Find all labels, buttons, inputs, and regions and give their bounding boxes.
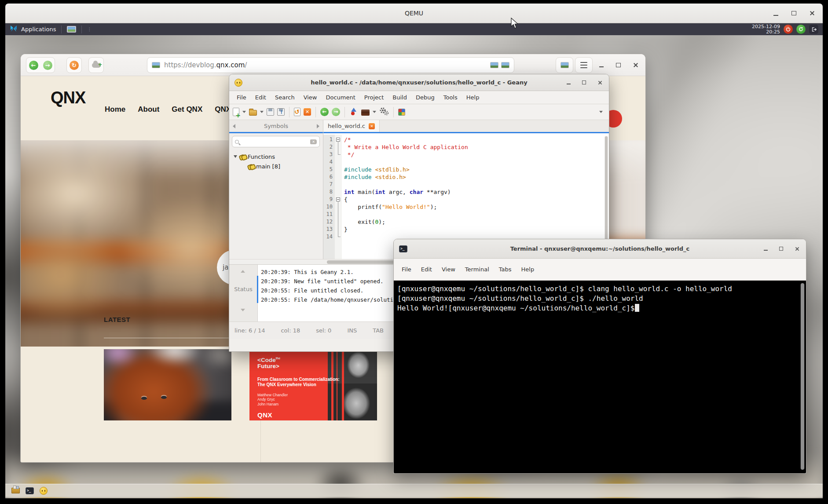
terminal-menu-1[interactable]: Edit [417, 264, 436, 274]
code-line-2[interactable]: 2 * Write a Hello World C application [323, 143, 609, 151]
terminal-screen[interactable]: [qnxuser@qnxqemu ~/solutions/hello_world… [394, 281, 806, 473]
geany-menu-5[interactable]: Project [360, 93, 388, 102]
symbol-search-input[interactable]: ✕ [232, 136, 320, 147]
geany-minimize-button[interactable] [567, 84, 571, 84]
new-file-button[interactable] [233, 108, 239, 116]
line-number[interactable]: 4 [323, 158, 335, 166]
geany-menu-6[interactable]: Build [388, 93, 411, 102]
fold-margin[interactable] [335, 181, 342, 188]
qnx-site-logo[interactable]: QNX [51, 88, 85, 107]
fold-margin[interactable] [335, 151, 342, 158]
msg-tabs-scroll-up-icon[interactable] [241, 270, 245, 273]
logout-button[interactable] [809, 25, 818, 34]
browser-downloads-button[interactable] [88, 57, 104, 73]
browser-back-button[interactable]: ← [29, 61, 38, 70]
line-number[interactable]: 1 [323, 136, 335, 143]
line-number[interactable]: 5 [323, 166, 335, 173]
terminal-menu-5[interactable]: Help [517, 264, 539, 274]
fold-margin[interactable] [335, 188, 342, 196]
terminal-menu-2[interactable]: View [437, 264, 460, 274]
browser-close-button[interactable] [633, 62, 638, 68]
line-number[interactable]: 13 [323, 226, 335, 233]
terminal-close-button[interactable] [795, 246, 799, 251]
code-line-7[interactable]: 7 [323, 181, 609, 188]
tree-item-main[interactable]: main [8] [229, 161, 323, 171]
terminal-minimize-button[interactable] [764, 250, 768, 251]
terminal-maximize-button[interactable] [779, 247, 783, 251]
fold-margin[interactable] [335, 218, 342, 226]
tab-close-icon[interactable]: ✕ [369, 123, 375, 129]
code-line-13[interactable]: 13} [323, 226, 609, 233]
fold-margin[interactable] [335, 143, 342, 151]
nav-link-0[interactable]: Home [105, 105, 125, 114]
code-line-4[interactable]: 4 [323, 158, 609, 166]
terminal-menu-3[interactable]: Terminal [461, 264, 494, 274]
shutdown-button[interactable] [784, 25, 793, 34]
code-line-9[interactable]: 9{ [323, 196, 609, 203]
build-dropdown[interactable] [373, 111, 376, 113]
new-file-dropdown[interactable] [242, 111, 246, 113]
line-number[interactable]: 11 [323, 211, 335, 218]
qemu-maximize-button[interactable] [791, 11, 796, 15]
code-line-5[interactable]: 5#include <stdlib.h> [323, 166, 609, 173]
code-line-8[interactable]: 8int main(int argc, char **argv) [323, 188, 609, 196]
applications-menu[interactable]: Applications [21, 26, 56, 33]
qemu-close-button[interactable] [810, 11, 815, 16]
line-number[interactable]: 14 [323, 233, 335, 241]
file-tab-hello-world[interactable]: hello_world.c ✕ [323, 120, 380, 132]
open-file-button[interactable] [249, 110, 257, 116]
taskbar-browser-icon[interactable] [11, 488, 20, 493]
terminal-scrollbar[interactable] [800, 283, 805, 470]
save-button[interactable] [267, 108, 274, 116]
code-line-1[interactable]: 1/* [323, 136, 609, 143]
tabs-scroll-right-icon[interactable] [317, 124, 319, 128]
navigate-forward-button[interactable]: → [332, 108, 340, 116]
geany-close-button[interactable] [598, 80, 602, 84]
browser-tab-overview-button[interactable] [556, 57, 573, 73]
panel-handle-icon[interactable]: ⋮ [87, 27, 92, 31]
code-line-12[interactable]: 12 exit(0); [323, 218, 609, 226]
qemu-minimize-button[interactable] [773, 15, 778, 16]
expander-icon[interactable] [234, 155, 237, 158]
close-file-button[interactable]: ✕ [304, 108, 311, 116]
line-number[interactable]: 8 [323, 188, 335, 196]
browser-maximize-button[interactable] [616, 63, 621, 67]
nav-link-2[interactable]: Get QNX [172, 105, 202, 114]
browser-forward-button[interactable]: → [43, 61, 52, 70]
execute-button[interactable] [379, 107, 389, 117]
fold-margin[interactable] [335, 173, 342, 181]
terminal-menu-4[interactable]: Tabs [495, 264, 516, 274]
browser-menu-button[interactable] [575, 57, 593, 73]
geany-menu-0[interactable]: File [233, 93, 250, 102]
geany-titlebar[interactable]: hello_world.c - /data/home/qnxuser/solut… [229, 74, 609, 91]
nav-link-1[interactable]: About [138, 105, 159, 114]
code-line-3[interactable]: 3 */ [323, 151, 609, 158]
geany-menu-1[interactable]: Edit [251, 93, 270, 102]
fold-margin[interactable] [335, 211, 342, 218]
line-number[interactable]: 6 [323, 173, 335, 181]
geany-menu-9[interactable]: Help [462, 93, 484, 102]
line-number[interactable]: 2 [323, 143, 335, 151]
code-line-6[interactable]: 6#include <stdio.h> [323, 173, 609, 181]
browser-minimize-button[interactable] [599, 66, 604, 67]
restart-button[interactable] [796, 25, 806, 34]
line-number[interactable]: 3 [323, 151, 335, 158]
tab-symbols[interactable]: Symbols [235, 123, 317, 129]
show-desktop-icon[interactable] [67, 26, 76, 33]
geany-menu-8[interactable]: Tools [440, 93, 462, 102]
build-button[interactable] [361, 110, 370, 116]
fold-margin[interactable] [335, 226, 342, 233]
clear-search-icon[interactable]: ✕ [310, 139, 317, 144]
geany-menu-3[interactable]: View [300, 93, 321, 102]
toolbar-overflow-dropdown[interactable] [599, 111, 603, 113]
revert-button[interactable] [294, 108, 300, 116]
line-number[interactable]: 7 [323, 181, 335, 188]
save-all-button[interactable] [277, 108, 285, 116]
url-bar[interactable]: https://devblog.qnx.com/ [147, 57, 514, 73]
latest-article-card-1[interactable] [104, 349, 231, 420]
fold-margin[interactable] [335, 196, 342, 203]
fold-margin[interactable] [335, 203, 342, 211]
geany-menu-4[interactable]: Document [322, 93, 359, 102]
urlbar-thumbnail-icon[interactable] [490, 62, 498, 68]
code-line-11[interactable]: 11 [323, 211, 609, 218]
